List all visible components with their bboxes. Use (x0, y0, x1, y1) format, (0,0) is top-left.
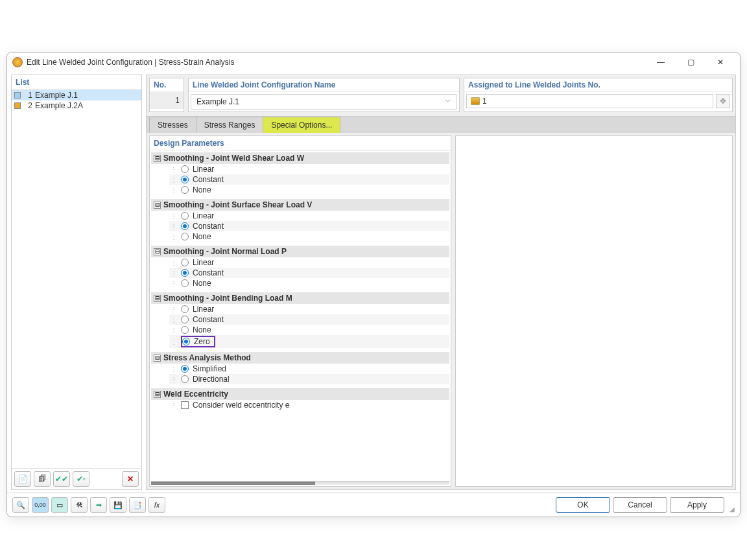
option-label: Linear (193, 258, 214, 267)
tab-stress-ranges[interactable]: Stress Ranges (196, 117, 264, 133)
radio-icon (181, 259, 189, 266)
option-constant[interactable]: ⋮ Constant (169, 221, 449, 231)
option-label: None (193, 325, 211, 334)
top-fields: No. 1 Line Welded Joint Configuration Na… (147, 75, 735, 116)
window-title: Edit Line Welded Joint Configuration | S… (27, 58, 652, 67)
option-label: Zero (194, 337, 210, 346)
collapse-toggle[interactable]: ⊟ (154, 248, 161, 255)
uncheck-all-button[interactable]: ✔▫ (73, 471, 89, 487)
option-linear[interactable]: ⋮ Linear (169, 211, 449, 221)
radio-icon (181, 269, 189, 277)
cancel-button[interactable]: Cancel (613, 497, 667, 513)
new-item-button[interactable]: 📄 (14, 471, 31, 487)
option-constant[interactable]: ⋮ Constant (169, 268, 449, 278)
assigned-input[interactable]: 1 (466, 94, 713, 108)
list-item[interactable]: 2 Example J.2A (12, 100, 141, 111)
help-button[interactable]: 🔍 (12, 497, 29, 513)
list-pane: List 1 Example J.1 2 Example J.2A 📄 🗐 ✔✔… (11, 75, 142, 490)
color-swatch-icon (14, 92, 21, 99)
apply-button[interactable]: Apply (670, 497, 724, 513)
copy-item-button[interactable]: 🗐 (34, 471, 51, 487)
pick-object-button[interactable]: ✥ (716, 94, 730, 108)
resize-grip-icon[interactable]: ◢ (729, 506, 735, 513)
collapse-toggle[interactable]: ⊟ (154, 391, 161, 398)
delete-item-button[interactable]: ✕ (122, 471, 139, 487)
list-item-label: Example J.1 (35, 91, 78, 100)
radio-icon (181, 305, 189, 313)
option-constant[interactable]: ⋮ Constant (169, 174, 449, 185)
view-button[interactable]: ▭ (51, 497, 68, 513)
option-label: Constant (193, 315, 224, 324)
minimize-button[interactable]: — (652, 56, 670, 69)
section-smoothing-w: ⊟ Smoothing - Joint Weld Shear Load W ⋮ … (151, 152, 449, 195)
list-item-number: 2 (23, 101, 32, 110)
collapse-toggle[interactable]: ⊟ (154, 202, 161, 209)
check-all-button[interactable]: ✔✔ (53, 471, 70, 487)
save-button[interactable]: 💾 (110, 497, 126, 513)
radio-icon (181, 176, 189, 183)
radio-icon (181, 233, 189, 240)
section-smoothing-m: ⊟ Smoothing - Joint Bending Load M ⋮ Lin… (151, 292, 449, 348)
collapse-toggle[interactable]: ⊟ (154, 295, 161, 302)
option-label: Linear (193, 165, 214, 174)
list-item-label: Example J.2A (35, 101, 83, 110)
content-area: List 1 Example J.1 2 Example J.2A 📄 🗐 ✔✔… (7, 72, 740, 493)
export-button[interactable]: ➡ (90, 497, 107, 513)
horizontal-scrollbar[interactable] (151, 481, 449, 485)
option-label: Consider weld eccentricity e (193, 401, 289, 410)
option-none[interactable]: ⋮ None (169, 278, 449, 288)
tab-stresses[interactable]: Stresses (149, 117, 196, 133)
option-none[interactable]: ⋮ None (169, 185, 449, 195)
radio-icon (181, 375, 189, 383)
radio-icon (181, 212, 189, 220)
close-button[interactable]: ✕ (711, 56, 729, 69)
option-label: Directional (193, 375, 230, 384)
report-button[interactable]: 📑 (129, 497, 146, 513)
option-zero[interactable]: ⋮ Zero (169, 335, 449, 348)
option-label: Simplified (193, 364, 226, 373)
preview-panel (455, 135, 733, 487)
option-linear[interactable]: ⋮ Linear (169, 304, 449, 314)
radio-icon (181, 365, 189, 373)
units-button[interactable]: 0,00 (32, 497, 49, 513)
radio-icon (181, 316, 189, 323)
config-button[interactable]: 🛠 (71, 497, 88, 513)
maximize-button[interactable]: ▢ (682, 56, 700, 69)
radio-icon (181, 222, 189, 230)
window-buttons: — ▢ ✕ (652, 56, 729, 69)
option-label: Constant (193, 175, 224, 184)
collapse-toggle[interactable]: ⊟ (154, 355, 161, 362)
collapse-toggle[interactable]: ⊟ (154, 155, 161, 162)
footer: 🔍 0,00 ▭ 🛠 ➡ 💾 📑 fx OK Cancel Apply ◢ (7, 493, 740, 517)
joint-icon (471, 97, 480, 105)
option-none[interactable]: ⋮ None (169, 325, 449, 335)
option-label: Linear (193, 211, 214, 220)
option-directional[interactable]: ⋮ Directional (169, 374, 449, 384)
main-pane: No. 1 Line Welded Joint Configuration Na… (146, 75, 736, 490)
radio-icon (182, 338, 190, 345)
option-none[interactable]: ⋮ None (169, 231, 449, 242)
option-linear[interactable]: ⋮ Linear (169, 257, 449, 268)
option-simplified[interactable]: ⋮ Simplified (169, 364, 449, 374)
parameter-tree: ⊟ Smoothing - Joint Weld Shear Load W ⋮ … (150, 151, 451, 421)
option-consider-eccentricity[interactable]: ⋮ Consider weld eccentricity e (169, 400, 449, 410)
list-item[interactable]: 1 Example J.1 (12, 90, 141, 100)
field-assigned-label: Assigned to Line Welded Joints No. (464, 78, 732, 92)
radio-icon (181, 186, 189, 194)
radio-icon (181, 326, 189, 334)
list-header: List (12, 75, 141, 90)
color-swatch-icon (14, 102, 21, 109)
checkbox-icon (181, 401, 189, 409)
list-item-number: 1 (23, 91, 32, 100)
field-number-value: 1 (150, 92, 184, 109)
design-parameters-panel: Design Parameters ⊟ Smoothing - Joint We… (149, 135, 451, 487)
radio-icon (181, 279, 189, 287)
function-button[interactable]: fx (148, 497, 165, 513)
tabs: Stresses Stress Ranges Special Options..… (147, 116, 735, 133)
ok-button[interactable]: OK (556, 497, 610, 513)
option-linear[interactable]: ⋮ Linear (169, 164, 449, 174)
name-dropdown[interactable]: Example J.1 ﹀ (191, 94, 457, 110)
list-toolbar: 📄 🗐 ✔✔ ✔▫ ✕ (12, 468, 141, 489)
tab-special-options[interactable]: Special Options... (263, 117, 340, 133)
option-constant[interactable]: ⋮ Constant (169, 314, 449, 325)
